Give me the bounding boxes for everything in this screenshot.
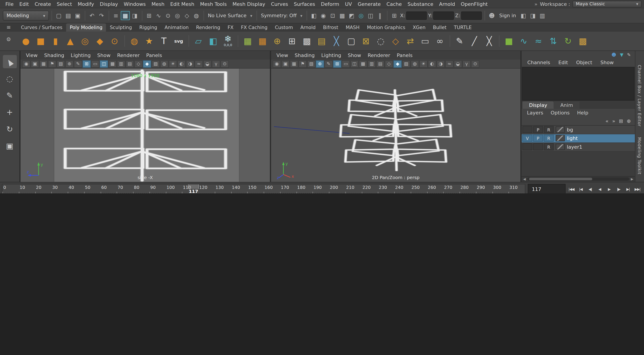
menu-item[interactable]: Modify	[75, 0, 97, 8]
layer-editor-menu[interactable]: Help	[573, 109, 592, 116]
toggle-channel-box-icon[interactable]: ▥	[538, 11, 547, 20]
timeline-tick[interactable]: 280	[460, 184, 476, 193]
menu-item[interactable]: Deform	[318, 0, 342, 8]
image-plane-icon[interactable]: ▧	[307, 60, 316, 68]
live-surface-selector[interactable]: No Live Surface	[206, 13, 254, 18]
timeline-tick[interactable]: 120	[198, 184, 215, 193]
layer-color-swatch[interactable]	[556, 126, 564, 133]
menu-item[interactable]: Curves	[268, 0, 291, 8]
ipr-render-icon[interactable]: ◉	[319, 11, 328, 20]
light-editor-icon[interactable]: ◎	[357, 11, 366, 20]
isolate-select-icon[interactable]: ⊙	[471, 60, 480, 68]
shelf-tab[interactable]: FX	[224, 24, 237, 32]
z-field[interactable]	[462, 12, 482, 20]
viewport-menu[interactable]: Panels	[393, 52, 416, 59]
viewport-menu[interactable]: Lighting	[68, 52, 94, 59]
freeze-transform-icon[interactable]: ❄ 0,0,0	[221, 33, 235, 49]
default-material-icon[interactable]: ◍	[160, 60, 168, 68]
layer-display-type-toggle[interactable]: R	[544, 126, 554, 133]
make-live-icon[interactable]: ◍	[192, 11, 201, 20]
circularize-icon[interactable]: ∞	[433, 33, 447, 49]
construction-plane-icon[interactable]: ▱	[192, 33, 205, 49]
current-frame-field[interactable]: 117	[528, 184, 566, 193]
shelf-tab[interactable]: XGen	[409, 24, 429, 32]
camera-attributes-icon[interactable]: ▦	[39, 60, 48, 68]
gamma-icon[interactable]: γ	[212, 60, 220, 68]
move-layer-up-icon[interactable]: «	[606, 118, 608, 124]
timeline-tick[interactable]: 170	[280, 184, 296, 193]
exposure-icon[interactable]: ◒	[203, 60, 212, 68]
boolean-icon[interactable]: ⊕	[270, 33, 284, 49]
grid-toggle-icon[interactable]: ⊞	[333, 60, 342, 68]
select-by-component-icon[interactable]: ◨	[130, 11, 139, 20]
retopologize-icon[interactable]: ▩	[300, 33, 314, 49]
shelf-menu-icon[interactable]: ≡	[6, 24, 11, 30]
layer-editor-tab[interactable]: Display	[522, 101, 554, 109]
redo-icon[interactable]: ↷	[97, 11, 106, 20]
timeline-tick[interactable]: 260	[427, 184, 443, 193]
step-back-key-button[interactable]: ◀|	[586, 184, 594, 193]
super-shape-icon[interactable]: ◍	[127, 33, 141, 49]
timeline-tick[interactable]: 310	[508, 184, 525, 193]
scroll-left-arrow[interactable]: ◀	[522, 177, 526, 181]
wireframe-icon[interactable]: ◇	[385, 60, 393, 68]
connect-icon[interactable]: ╳	[482, 33, 496, 49]
shelf-icon[interactable]	[236, 33, 240, 49]
gate-mask-icon[interactable]: ▩	[108, 60, 117, 68]
timeline-tick[interactable]: 190	[312, 184, 329, 193]
multi-cut-icon[interactable]: ╱	[467, 33, 481, 49]
shelf-tab[interactable]: TURTLE	[450, 24, 476, 32]
shelf-tab[interactable]: Arnold	[297, 24, 319, 32]
viewport-menu[interactable]: Show	[94, 52, 114, 59]
channel-box-menu[interactable]: Channels	[523, 59, 554, 66]
snap-to-point-icon[interactable]: ⊙	[164, 11, 172, 20]
render-current-frame-icon[interactable]: ◧	[309, 11, 318, 20]
channel-box-menu[interactable]: Edit	[554, 59, 572, 66]
open-scene-icon[interactable]: ▤	[64, 11, 73, 20]
menu-item[interactable]: Generate	[355, 0, 384, 8]
menu-item[interactable]: Cache	[384, 0, 404, 8]
paint-select-tool-button[interactable]: ✎	[3, 89, 16, 102]
combine-icon[interactable]: ▦	[240, 33, 254, 49]
type-tool-icon[interactable]: T	[157, 33, 171, 49]
uv-checker-icon[interactable]: ▩	[576, 33, 590, 49]
viewport-menu[interactable]: View	[273, 52, 291, 59]
exposure-icon[interactable]: ◒	[454, 60, 462, 68]
layer-editor-menu[interactable]: Options	[547, 109, 573, 116]
timeline-tick[interactable]: 300	[492, 184, 508, 193]
lock-camera-icon[interactable]: ▣	[31, 60, 39, 68]
shelf-tab[interactable]: MASH	[342, 24, 363, 32]
toggle-tool-settings-icon[interactable]: ◧	[519, 11, 528, 20]
render-settings-icon[interactable]: ▩	[338, 11, 346, 20]
menu-item[interactable]: Edit Mesh	[167, 0, 197, 8]
timeline-tick[interactable]: 60	[100, 184, 117, 193]
timeline-tick[interactable]: 40	[68, 184, 84, 193]
flask-icon[interactable]: ▼	[620, 52, 624, 57]
layer-row[interactable]: P R bg	[522, 126, 635, 134]
shelf-tab[interactable]: Rendering	[192, 24, 224, 32]
rotate-tool-button[interactable]: ↻	[3, 122, 16, 136]
scrollbar-thumb[interactable]	[529, 178, 592, 180]
menu-item[interactable]: Mesh	[149, 0, 168, 8]
move-tool-button[interactable]: +	[3, 106, 16, 119]
viewport-menu[interactable]: Show	[344, 52, 364, 59]
select-tool-button[interactable]: ▲	[3, 55, 16, 68]
shelf-tab[interactable]: Poly Modeling	[66, 24, 106, 32]
layer-playback-toggle[interactable]: P	[533, 135, 543, 142]
fold-icon[interactable]: ◇	[389, 33, 402, 49]
motion-blur-icon[interactable]: ≈	[445, 60, 454, 68]
timeline-tick[interactable]: 250	[410, 184, 427, 193]
lighting-icon[interactable]: ☀	[419, 60, 428, 68]
motion-blur-icon[interactable]: ≈	[195, 60, 203, 68]
sweep-mesh-icon[interactable]: ★	[142, 33, 156, 49]
collapse-chevrons-icon[interactable]: »	[534, 1, 537, 7]
menu-item[interactable]: Surfaces	[291, 0, 318, 8]
render-region-icon[interactable]: ⊡	[328, 11, 337, 20]
layer-row[interactable]: R layer1	[522, 143, 635, 152]
paint-transfer-icon[interactable]: ■	[502, 33, 516, 49]
layer-editor-tab[interactable]: Anim	[554, 101, 580, 109]
shelf-tab[interactable]: Animation	[161, 24, 192, 32]
go-to-end-button[interactable]: ▶▶|	[633, 184, 642, 193]
timeline-tick[interactable]: 130	[215, 184, 231, 193]
menu-item[interactable]: OpenFlight	[458, 0, 490, 8]
